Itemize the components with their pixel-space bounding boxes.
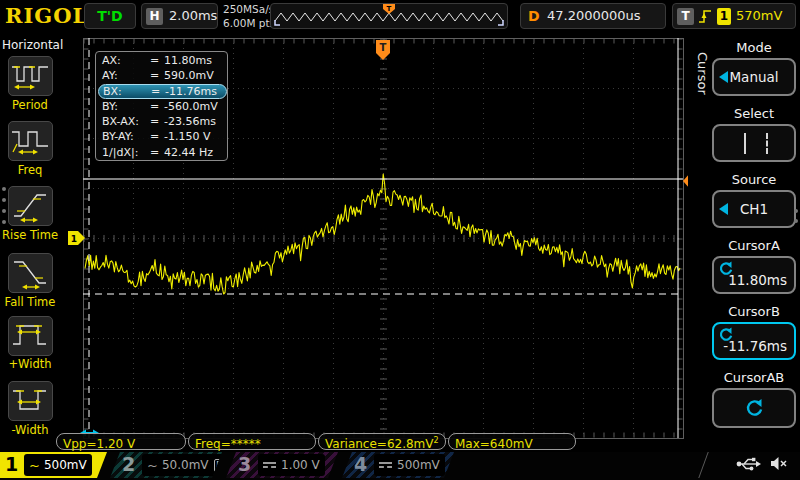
measurement-vpp[interactable]: Vpp=1.20 V — [56, 433, 186, 450]
readout-row-freq: 1/|dX|:=42.44 Hz — [98, 145, 227, 160]
pos-width-icon — [9, 317, 52, 355]
readout-row-bxax: BX-AX:=-23.56ms — [98, 114, 227, 129]
neg-width-icon — [9, 382, 52, 420]
measure-item-neg-width[interactable] — [8, 381, 53, 421]
divider — [698, 452, 708, 478]
channel-3-status[interactable]: 3 1.00 V — [226, 452, 338, 478]
bandwidth-limit-icon: B — [214, 459, 225, 472]
menu-section-select: Select — [712, 106, 796, 162]
source-softkey[interactable]: CH1 — [712, 190, 796, 228]
measurement-variance[interactable]: Variance=62.8mV2 — [318, 433, 446, 450]
page-indicator-dot — [794, 209, 798, 213]
usb-icon — [736, 456, 762, 471]
rise-time-label: Rise Time — [0, 228, 60, 242]
channel-2-status[interactable]: 2 ~ 50.0mV B — [110, 452, 222, 478]
rigol-logo: RIGOL — [5, 3, 88, 28]
acquisition-info: 250MSa/s 6.00M pts — [223, 2, 275, 30]
ch1-ground-marker-icon[interactable]: 1 — [68, 231, 85, 245]
trigger-delay-box[interactable]: D 47.2000000us — [520, 3, 666, 29]
menu-section-source: Source CH1 — [712, 172, 796, 228]
page-indicator-dot — [2, 187, 6, 191]
delay-label: D — [528, 4, 540, 28]
ac-coupling-icon: ~ — [29, 458, 40, 473]
left-menu-title: Horizontal — [2, 38, 63, 52]
freq-label: Freq — [0, 163, 60, 177]
measure-item-pos-width[interactable] — [8, 316, 53, 356]
trigger-position-marker-icon[interactable]: T — [376, 40, 390, 60]
page-indicator-dot — [794, 219, 798, 223]
neg-width-label: -Width — [0, 423, 60, 437]
readout-row-byay: BY-AY:=-1.150 V — [98, 129, 227, 144]
page-indicator-dot — [2, 198, 6, 202]
cursor-menu-tab: Cursor — [695, 52, 710, 95]
menu-section-mode: Mode Manual — [712, 40, 796, 96]
cursor-readout-panel: AX:=11.80ms AY:=590.0mV BX:=-11.76ms BY:… — [95, 51, 228, 161]
channel-number: 4 — [354, 453, 367, 475]
cursor-b-softkey[interactable]: -11.76ms — [712, 322, 796, 360]
oscilloscope-screen: RIGOL T'D H 2.00ms 250MSa/s 6.00M pts T … — [0, 0, 800, 480]
rotate-icon — [745, 399, 764, 418]
fall-time-icon — [9, 254, 52, 292]
svg-text:T: T — [387, 5, 392, 13]
trigger-level-value: 570mV — [736, 4, 782, 28]
delay-value: 47.2000000us — [547, 4, 641, 28]
fall-time-label: Fall Time — [0, 295, 60, 309]
channel-1-status[interactable]: 1 ~ 500mV — [0, 452, 107, 478]
measure-item-rise-time[interactable] — [8, 186, 53, 226]
window-bracket-left-icon — [275, 20, 280, 25]
period-icon — [9, 57, 52, 95]
window-bracket-right-icon — [498, 20, 503, 25]
readout-row-bx-selected: BX:=-11.76ms — [98, 84, 227, 99]
channel-status-bar: 1 ~ 500mV 2 ~ 50.0mV B 3 1.00 V 4 — [0, 452, 800, 480]
channel-scale: 500mV — [44, 458, 87, 472]
trigger-settings-box[interactable]: T 1 570mV — [672, 3, 796, 29]
svg-text:1: 1 — [71, 234, 77, 244]
memory-depth: 6.00M pts — [223, 16, 275, 30]
period-label: Period — [0, 98, 60, 112]
horizontal-measure-menu: Horizontal Period Freq — [0, 33, 60, 452]
readout-row-ay: AY:=590.0mV — [98, 68, 227, 83]
svg-text:T: T — [380, 42, 387, 53]
sample-rate: 250MSa/s — [223, 2, 275, 16]
mode-softkey[interactable]: Manual — [712, 58, 796, 96]
cursor-b-line-icon — [766, 133, 768, 154]
channel-number: 1 — [5, 453, 18, 475]
channel-scale: 500mV — [397, 458, 440, 472]
thumbnail-wave-icon: T — [271, 4, 507, 28]
dc-coupling-icon — [379, 462, 392, 468]
timebase-value: 2.00ms — [169, 4, 217, 28]
trigger-source-badge: 1 — [717, 8, 731, 25]
horizontal-key-icon: H — [146, 8, 163, 25]
dc-coupling-icon — [263, 462, 276, 468]
menu-section-cursor-a: CursorA 11.80ms — [712, 238, 796, 294]
waveform-overview-thumbnail[interactable]: T — [270, 3, 508, 29]
channel-number: 3 — [238, 453, 251, 475]
channel-number: 2 — [122, 453, 135, 475]
measurement-freq[interactable]: Freq=***** — [188, 433, 316, 450]
measure-item-period[interactable] — [8, 56, 53, 96]
ac-coupling-icon: ~ — [147, 458, 158, 473]
menu-section-cursor-b: CursorB -11.76ms — [712, 304, 796, 360]
page-indicator-dot — [2, 220, 6, 224]
cursor-a-line-icon — [744, 133, 746, 154]
cursor-a-softkey[interactable]: 11.80ms — [712, 256, 796, 294]
readout-row-by: BY:=-560.0mV — [98, 99, 227, 114]
cursor-menu-panel: Cursor Mode Manual Select Source CH1 Cur… — [688, 33, 800, 452]
measurement-max[interactable]: Max=640mV — [448, 433, 576, 450]
trigger-key-icon: T — [677, 8, 694, 25]
measure-item-freq[interactable] — [8, 121, 53, 161]
select-softkey[interactable] — [712, 124, 796, 162]
channel-scale: 1.00 V — [281, 458, 320, 472]
freq-icon — [9, 122, 52, 160]
channel-4-status[interactable]: 4 500mV — [342, 452, 454, 478]
speaker-muted-icon — [770, 456, 788, 471]
rising-edge-icon — [698, 8, 713, 25]
rise-time-icon — [9, 187, 52, 225]
horizontal-scale-box[interactable]: H 2.00ms — [141, 3, 218, 29]
ch1-waveform-trace — [85, 174, 680, 294]
cursor-ab-softkey[interactable] — [712, 388, 796, 428]
channel-scale: 50.0mV — [162, 458, 209, 472]
page-indicator-dot — [2, 209, 6, 213]
top-status-bar: RIGOL T'D H 2.00ms 250MSa/s 6.00M pts T … — [0, 0, 800, 33]
measure-item-fall-time[interactable] — [8, 253, 53, 293]
